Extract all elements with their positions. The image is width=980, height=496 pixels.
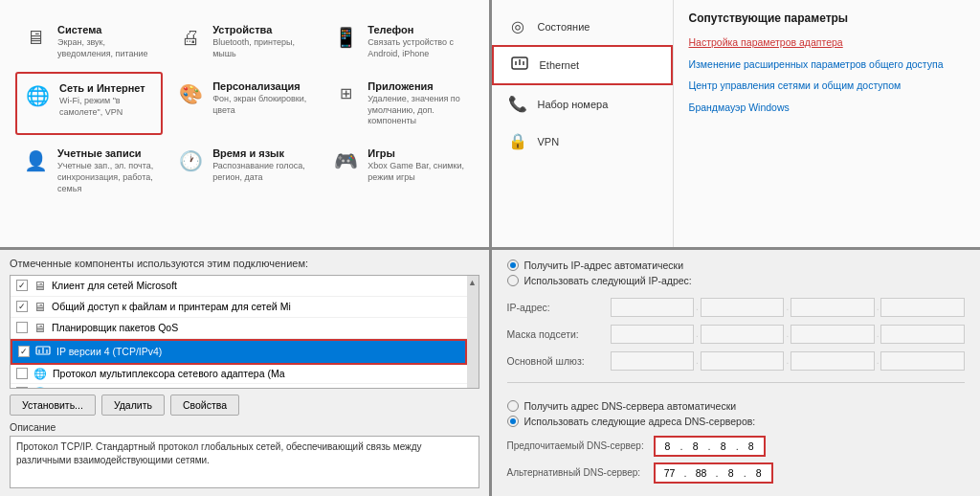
settings-item-persona[interactable]: 🎨 Персонализация Фон, экран блокировки, … [170,72,318,135]
comp-check-planer[interactable] [16,322,28,333]
settings-item-pril[interactable]: ⊞ Приложения Удаление, значения по умолч… [325,72,473,135]
sistema-title: Система [57,23,157,36]
settings-item-vremya[interactable]: 🕐 Время и язык Распознавание голоса, рег… [170,139,318,202]
persona-desc: Фон, экран блокировки, цвета [212,94,312,116]
persona-title: Персонализация [212,79,312,93]
comp-obshiy[interactable]: ✓ 🖥 Общий доступ к файлам и принтерам дл… [11,297,467,318]
mask-input2[interactable] [701,325,785,344]
settings-item-set[interactable]: 🌐 Сеть и Интернет Wi-Fi, режим "в самоле… [15,72,163,135]
comp-klient[interactable]: ✓ 🖥 Клиент для сетей Microsoft [11,276,467,297]
mask-input3[interactable] [791,325,875,344]
comp-check-multiplex[interactable] [16,368,28,379]
alt-dns-input[interactable]: . . . [654,462,773,484]
mask-input1[interactable] [611,325,695,344]
ip-addr-input3[interactable] [791,298,875,317]
preferred-dns-1[interactable] [659,440,677,452]
comp-planer[interactable]: 🖥 Планировщик пакетов QoS [11,318,467,339]
nav-vpn[interactable]: 🔒 VPN [492,123,673,160]
alt-dns-3[interactable] [723,467,740,479]
set-title: Сеть и Интернет [59,81,155,95]
dns-auto-row[interactable]: Получить адрес DNS-сервера автоматически [507,400,966,412]
buttons-row: Установить... Удалить Свойства [10,395,479,416]
ip-auto-radio[interactable] [507,259,519,271]
ustrojstva-icon: 🖨 [176,23,205,52]
ustrojstva-desc: Bluetooth, принтеры, мышь [212,37,312,59]
ip-manual-radio[interactable] [507,275,519,286]
ip-manual-row[interactable]: Использовать следующий IP-адрес: [507,275,966,286]
preferred-dns-4[interactable] [743,440,760,452]
link-centr[interactable]: Центр управления сетями и общим доступом [689,79,966,93]
dns-manual-label: Использовать следующие адреса DNS-сервер… [524,416,756,427]
install-button[interactable]: Установить... [10,395,96,416]
gateway-input1[interactable] [611,351,695,371]
settings-grid: 🖥 Система Экран, звук, уведомления, пита… [15,15,474,206]
gateway-input2[interactable] [701,351,785,371]
link-izmenenie[interactable]: Изменение расширенных параметров общего … [689,58,966,72]
alt-dns-row: Альтернативный DNS-сервер: . . . [507,460,966,486]
mask-label: Маска подсети: [507,328,603,340]
gateway-input4[interactable] [880,351,965,371]
telefon-title: Телефон [368,23,467,36]
nav-ethernet[interactable]: Ethernet [492,45,673,85]
comp-check-driver[interactable]: ✓ [16,387,28,389]
comp-multiplex[interactable]: 🌐 Протокол мультиплексора сетевого адапт… [11,365,467,384]
comp-label-ipv4: IP версии 4 (TCP/IPv4) [56,346,459,357]
comp-icon-multiplex: 🌐 [33,368,47,380]
ip-addr-input[interactable] [611,298,695,317]
alt-dns-1[interactable] [659,467,680,479]
settings-item-uchet[interactable]: 👤 Учетные записи Учетные зап., эл. почта… [15,139,163,202]
igry-desc: Xbox Game Bar, снимки, режим игры [368,161,467,183]
gateway-label: Основной шлюз: [507,355,603,367]
remove-button[interactable]: Удалить [101,395,165,416]
scrollbar[interactable]: ▲ ▼ [467,276,479,390]
link-brandmauer[interactable]: Брандмауэр Windows [689,101,966,115]
uchet-title: Учетные записи [57,147,157,160]
comp-ipv4[interactable]: ✓ IP версии 4 (TCP/IPv4) [11,339,467,365]
network-panel: ◎ Состояние Ethernet 📞 Набор номера 🔒 VP… [492,0,981,247]
properties-button[interactable]: Свойства [170,395,239,416]
dns-section: Получить адрес DNS-сервера автоматически… [507,400,966,486]
settings-item-sistema[interactable]: 🖥 Система Экран, звук, уведомления, пита… [15,15,163,68]
ip-auto-row[interactable]: Получить IP-адрес автоматически [507,259,966,271]
vremya-desc: Распознавание голоса, регион, дата [212,161,312,183]
settings-item-telefon[interactable]: 📱 Телефон Связать устройство с Android, … [325,15,473,68]
dns-manual-row[interactable]: Использовать следующие адреса DNS-сервер… [507,416,966,427]
settings-item-ustrojstva[interactable]: 🖨 Устройства Bluetooth, принтеры, мышь [170,15,318,68]
nabor-icon: 📞 [507,95,528,113]
comp-driver[interactable]: ✓ 🌐 Драйвер протокола LLDP (Майкрософт) [11,384,467,390]
alt-dns-label: Альтернативный DNS-сервер: [507,467,646,478]
igry-icon: 🎮 [331,147,360,175]
preferred-dns-2[interactable] [687,440,704,452]
alt-dns-2[interactable] [691,467,712,479]
ip-addr-input2[interactable] [701,298,785,317]
components-title: Отмеченные компоненты используются этим … [10,258,479,269]
pril-icon: ⊞ [331,79,360,108]
link-nastrojka[interactable]: Настройка параметров адаптера [689,36,966,50]
mask-input4[interactable] [880,325,965,344]
uchet-icon: 👤 [21,147,50,175]
ip-radio-group: Получить IP-адрес автоматически Использо… [507,259,966,286]
dns-manual-radio[interactable] [507,416,519,427]
ethernet-label: Ethernet [540,59,580,71]
comp-icon-ipv4 [35,344,51,360]
pril-desc: Удаление, значения по умолчанию, доп. ко… [368,94,467,127]
comp-check-klient[interactable]: ✓ [16,280,28,291]
comp-check-obshiy[interactable]: ✓ [16,301,28,312]
preferred-dns-3[interactable] [715,440,732,452]
comp-label-obshiy: Общий доступ к файлам и принтерам для се… [52,301,461,312]
nav-nabor[interactable]: 📞 Набор номера [492,85,673,123]
ip-addr-input4[interactable] [880,298,965,317]
nav-sostoyanie[interactable]: ◎ Состояние [492,8,673,45]
settings-item-igry[interactable]: 🎮 Игры Xbox Game Bar, снимки, режим игры [325,139,473,202]
preferred-dns-input[interactable]: . . . [654,436,766,457]
ip-manual-label: Использовать следующий IP-адрес: [524,275,692,286]
components-list: ✓ 🖥 Клиент для сетей Microsoft ✓ 🖥 Общий… [10,275,479,390]
comp-label-planer: Планировщик пакетов QoS [52,322,461,333]
gateway-input3[interactable] [791,351,875,371]
ip-panel: Получить IP-адрес автоматически Использо… [492,250,981,497]
alt-dns-4[interactable] [750,467,768,479]
uchet-desc: Учетные зап., эл. почта, синхронизация, … [57,161,157,194]
comp-check-ipv4[interactable]: ✓ [18,346,30,357]
comp-label-multiplex: Протокол мультиплексора сетевого адаптер… [53,368,461,379]
dns-auto-radio[interactable] [507,400,519,412]
